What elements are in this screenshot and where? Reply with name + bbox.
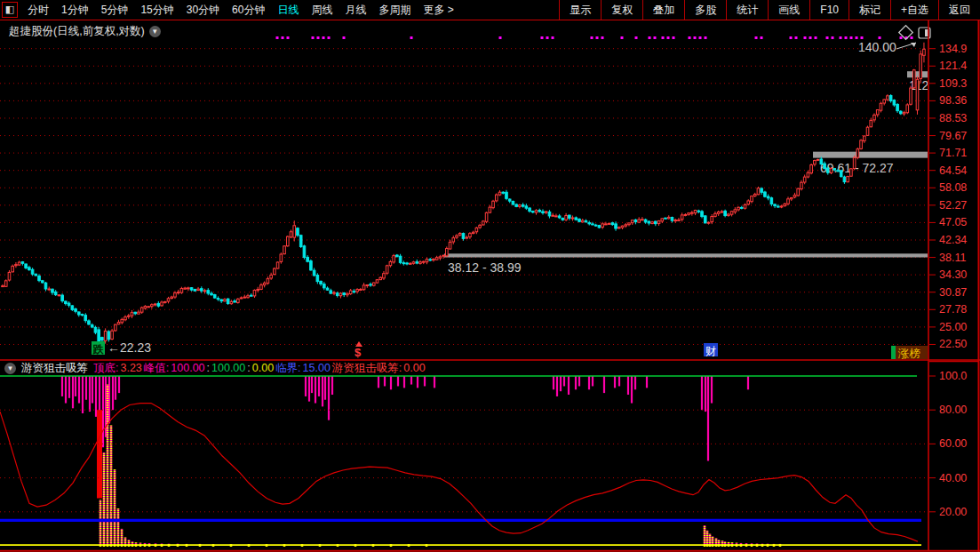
price-tick-label: 134.9	[939, 43, 967, 55]
event-dot	[317, 36, 320, 39]
candle	[230, 301, 233, 303]
candle	[900, 111, 903, 114]
candle	[161, 302, 163, 306]
price-tick-label: 38.11	[939, 252, 966, 264]
candle	[330, 291, 332, 293]
candle	[889, 96, 892, 101]
candle	[674, 220, 677, 220]
candle	[326, 288, 329, 290]
candle	[121, 319, 123, 322]
candle	[194, 290, 196, 292]
candle	[833, 169, 836, 171]
candle	[479, 225, 482, 228]
event-dot	[826, 36, 829, 39]
price-tick-label: 64.54	[939, 164, 967, 177]
candle	[684, 214, 687, 215]
candle	[880, 103, 882, 110]
event-dot	[287, 36, 290, 39]
candle	[801, 182, 803, 188]
event-dot	[662, 36, 665, 39]
candle	[883, 100, 886, 103]
candle	[108, 332, 110, 340]
candle	[893, 100, 896, 105]
candle	[38, 276, 41, 281]
candle	[575, 218, 578, 220]
event-dot	[276, 36, 279, 39]
price-tick-label: 109.3	[939, 77, 967, 90]
candle	[728, 214, 730, 215]
candle	[744, 204, 746, 208]
candle	[211, 293, 213, 295]
event-dot	[795, 36, 798, 39]
event-dot	[911, 36, 913, 39]
candle	[489, 207, 491, 212]
price-tick-label: 27.78	[939, 303, 967, 316]
candle	[810, 165, 813, 173]
candle	[694, 210, 697, 212]
candle	[814, 161, 817, 164]
hang-bar	[747, 376, 749, 389]
event-dot	[343, 36, 346, 39]
hang-bar	[311, 376, 313, 393]
hang-bar	[560, 376, 562, 391]
candle	[519, 205, 522, 207]
candle	[866, 127, 869, 135]
price-tick-label: 25.00	[939, 321, 967, 333]
event-dot	[635, 36, 638, 39]
candle	[237, 299, 240, 302]
candle	[817, 159, 819, 160]
candle	[299, 236, 302, 247]
candle	[75, 309, 77, 312]
candle	[127, 316, 130, 316]
candle	[857, 149, 859, 158]
indicator-tick-label: 100.0	[939, 370, 967, 382]
candle	[887, 96, 889, 100]
candle	[667, 217, 670, 218]
event-dot	[328, 36, 331, 39]
candle	[286, 236, 289, 246]
indicator-tick-label: 80.00	[939, 404, 967, 416]
candle	[903, 113, 905, 114]
candle	[747, 201, 750, 204]
svg-text:跌: 跌	[92, 343, 105, 356]
candle	[651, 222, 654, 224]
candle	[923, 49, 926, 55]
candle	[383, 274, 386, 278]
candle	[552, 215, 554, 216]
candle	[740, 207, 743, 208]
indicator-tick-label: 40.00	[939, 472, 967, 484]
candle	[21, 262, 24, 264]
price-tick-label: 98.36	[939, 94, 967, 107]
hang-bar	[603, 376, 605, 393]
event-dot	[845, 36, 848, 39]
candle	[847, 177, 849, 182]
event-dot	[809, 36, 812, 39]
hang-bar	[627, 376, 629, 395]
candle	[502, 192, 505, 193]
price-tick-label: 42.34	[939, 234, 967, 246]
candle	[197, 289, 200, 290]
hang-bar	[318, 376, 320, 396]
rise-bar	[706, 531, 709, 547]
candle	[35, 274, 37, 276]
candle	[347, 293, 349, 294]
candle	[177, 292, 179, 293]
candle	[439, 257, 442, 258]
event-dot	[499, 36, 502, 39]
hang-bar	[328, 376, 330, 420]
event-dot	[694, 36, 697, 39]
candle	[475, 228, 478, 231]
event-dot	[546, 36, 549, 39]
candle	[625, 225, 627, 226]
candle	[320, 281, 323, 284]
candle	[144, 307, 147, 308]
candle	[621, 226, 624, 228]
candle	[466, 237, 468, 238]
candle	[61, 295, 64, 300]
candle	[267, 279, 269, 284]
candle	[399, 256, 402, 262]
hang-bar	[434, 376, 435, 388]
candle	[906, 105, 909, 113]
hang-bar	[563, 376, 565, 386]
chart-canvas[interactable]: 134.9121.4109.398.3688.5379.6771.7164.54…	[0, 0, 980, 552]
